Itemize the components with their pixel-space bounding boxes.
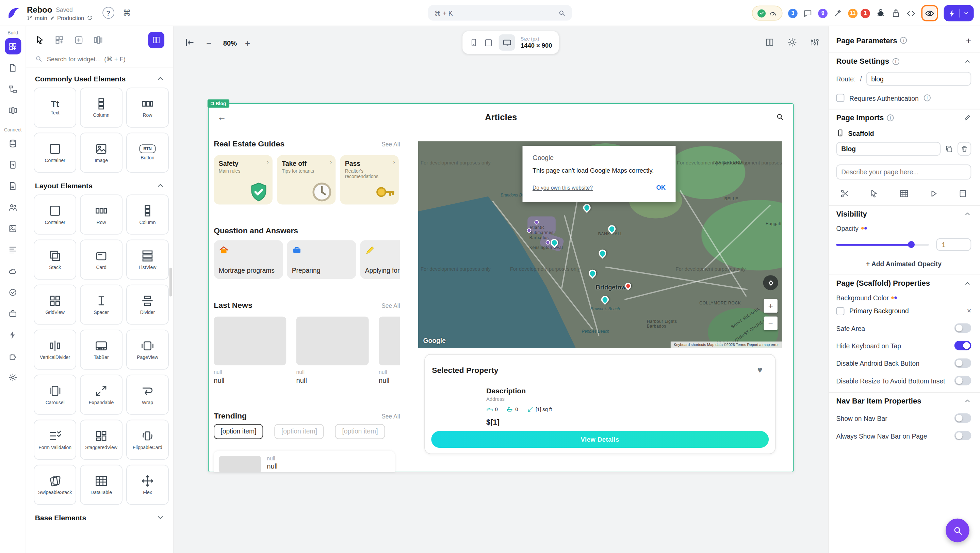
selected-property-card[interactable]: Selected Property ♥ Description Address …: [424, 354, 775, 454]
map-zoom-in-button[interactable]: +: [764, 299, 777, 312]
map-pin[interactable]: [587, 268, 598, 279]
add-widget-icon[interactable]: [74, 35, 84, 45]
see-all-link[interactable]: See All: [382, 413, 400, 419]
rail-item-actions[interactable]: [5, 327, 21, 343]
qa-card-mortgage[interactable]: Mortrage programs: [214, 240, 283, 279]
trending-chip[interactable]: [option item]: [214, 424, 263, 439]
news-item[interactable]: null null: [296, 316, 369, 386]
map-poi-dot[interactable]: [527, 228, 531, 233]
rail-item-cloud-functions[interactable]: [5, 263, 21, 279]
widget-card-text[interactable]: TtText: [34, 88, 76, 128]
refresh-icon[interactable]: [86, 15, 92, 21]
hide-keyboard-toggle[interactable]: [955, 341, 972, 351]
chat-count-badge[interactable]: 3: [788, 8, 798, 18]
rail-item-widget-tree[interactable]: [5, 81, 21, 97]
rail-item-pages[interactable]: [5, 59, 21, 76]
widget-card-form-validation[interactable]: Form Validation: [34, 419, 76, 460]
widget-card-container[interactable]: Container: [34, 194, 76, 234]
widget-card-button[interactable]: BTNButton: [126, 132, 169, 173]
run-test-icon[interactable]: [929, 189, 938, 199]
set-from-variable-icon[interactable]: [891, 296, 897, 299]
flutterflow-logo[interactable]: [7, 6, 21, 19]
rail-item-tests[interactable]: [5, 284, 21, 300]
theme-mode-icon[interactable]: [788, 37, 797, 47]
map-pin[interactable]: [600, 294, 610, 305]
page-tag[interactable]: Blog: [208, 99, 229, 108]
opacity-slider[interactable]: [837, 244, 929, 245]
widget-card-container[interactable]: Container: [34, 132, 76, 173]
magic-wand-icon[interactable]: [833, 8, 843, 18]
add-animated-opacity-button[interactable]: + Add Animated Opacity: [837, 260, 972, 268]
rail-item-users[interactable]: [5, 199, 21, 215]
widget-card-divider[interactable]: Divider: [126, 285, 169, 325]
heart-icon[interactable]: ♥: [757, 365, 762, 375]
rail-item-database[interactable]: [5, 135, 21, 151]
widget-card-staggeredview[interactable]: StaggeredView: [80, 419, 123, 460]
rail-item-settings[interactable]: [5, 369, 21, 386]
scaffold-properties-header[interactable]: Page (Scaffold) Properties: [837, 279, 972, 288]
global-search[interactable]: ⌘ + K: [428, 5, 572, 21]
widget-card-flex[interactable]: Flex: [126, 465, 169, 505]
widget-card-row[interactable]: Row: [80, 194, 123, 234]
section-layout-elements[interactable]: Layout Elements: [26, 175, 173, 194]
always-navbar-toggle[interactable]: [955, 431, 972, 441]
map-zoom-out-button[interactable]: −: [764, 316, 777, 330]
table-view-icon[interactable]: [899, 189, 908, 199]
rail-item-custom-files[interactable]: [5, 178, 21, 194]
trending-chip[interactable]: [option item]: [275, 424, 324, 439]
widget-card-row[interactable]: Row: [126, 88, 169, 128]
google-map[interactable]: For development purposes only For develo…: [418, 141, 782, 347]
widget-card-tabbar[interactable]: TabBar: [80, 330, 123, 370]
news-item[interactable]: null null: [379, 316, 400, 386]
rail-item-custom-code[interactable]: [5, 347, 21, 364]
view-details-button[interactable]: View Details: [431, 431, 769, 448]
widget-card-listview[interactable]: ListView: [126, 239, 169, 280]
background-color-value[interactable]: Primary Background: [850, 307, 962, 315]
widget-card-wrap[interactable]: Wrap: [126, 375, 169, 415]
widget-card-flippablecard[interactable]: FlippableCard: [126, 419, 169, 460]
widget-card-stack[interactable]: Stack: [34, 239, 76, 280]
see-all-link[interactable]: See All: [382, 302, 400, 309]
zoom-out-button[interactable]: −: [206, 38, 211, 48]
trending-item-card[interactable]: null null: [214, 451, 395, 472]
map-attribution[interactable]: Keyboard shortcuts Map data ©2026 Terms …: [671, 341, 782, 347]
info-icon[interactable]: i: [892, 58, 899, 65]
widgets-tab-icon[interactable]: [54, 35, 64, 45]
show-navbar-toggle[interactable]: [955, 413, 972, 423]
widget-card-card[interactable]: Card: [80, 239, 123, 280]
map-poi-dot[interactable]: [534, 220, 539, 225]
command-menu-icon[interactable]: ⌘: [123, 8, 131, 18]
map-pin[interactable]: [582, 202, 592, 213]
page-search-icon[interactable]: [775, 113, 784, 121]
rail-item-media-assets[interactable]: [5, 220, 21, 237]
environment-name[interactable]: Production: [57, 14, 84, 21]
dialog-ok-button[interactable]: OK: [656, 184, 666, 191]
rail-item-integrations[interactable]: [5, 305, 21, 322]
rail-item-storyboard[interactable]: [5, 102, 21, 118]
section-base-elements[interactable]: Base Elements: [26, 507, 173, 527]
widget-card-column[interactable]: Column: [80, 88, 123, 128]
dialog-link[interactable]: Do you own this website?: [533, 184, 593, 190]
map-pin[interactable]: [597, 248, 608, 258]
run-button[interactable]: [943, 5, 974, 21]
help-button[interactable]: ?: [102, 7, 114, 19]
set-from-variable-icon[interactable]: [861, 227, 867, 229]
info-icon[interactable]: i: [887, 114, 894, 121]
info-icon[interactable]: i: [924, 94, 931, 101]
map-locate-button[interactable]: [763, 275, 778, 290]
add-parameter-button[interactable]: +: [966, 35, 971, 46]
slider-thumb[interactable]: [908, 241, 915, 248]
disable-back-toggle[interactable]: [955, 358, 972, 368]
guide-card-takeoff[interactable]: Take off Tips for tenants ›: [277, 155, 336, 205]
widget-card-carousel[interactable]: Carousel: [34, 375, 76, 415]
widget-card-swipeablestack[interactable]: SwipeableStack: [34, 465, 76, 505]
requires-auth-checkbox[interactable]: [837, 94, 845, 102]
toggle-panel-button[interactable]: [148, 32, 164, 48]
see-all-link[interactable]: See All: [382, 141, 400, 147]
device-frame-icon[interactable]: [958, 189, 968, 199]
page-name-input[interactable]: [837, 142, 941, 156]
templates-icon[interactable]: [93, 35, 103, 45]
edit-pencil-icon[interactable]: [964, 114, 971, 121]
zoom-level[interactable]: 80%: [219, 40, 241, 47]
trending-chip[interactable]: [option item]: [335, 424, 385, 439]
